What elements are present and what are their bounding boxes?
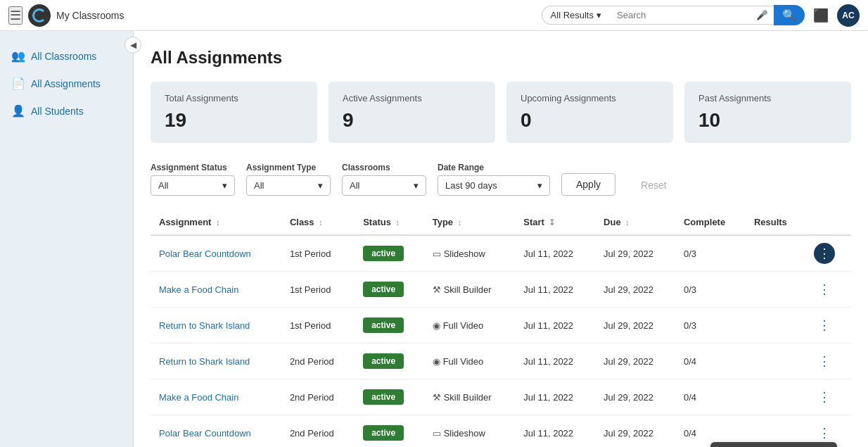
action-menu-button-2[interactable]: ⋮ [814,315,835,336]
stat-total-value: 19 [165,109,303,132]
assignment-link-5[interactable]: Polar Bear Countdown [159,428,251,439]
search-type-dropdown[interactable]: All Results ▾ [542,6,610,25]
filter-classroom-select[interactable]: All ▾ [342,175,426,196]
col-assignment[interactable]: Assignment ↕ [151,210,281,235]
search-button[interactable]: 🔍 [774,5,805,25]
cell-assignment-0: Polar Bear Countdown [151,235,281,272]
sidebar-item-all-assignments[interactable]: 📄 All Assignments [0,70,133,97]
col-type[interactable]: Type ↕ [424,210,516,235]
filter-daterange-value: Last 90 days [445,180,497,191]
cell-start-2: Jul 11, 2022 [515,308,595,344]
search-area: All Results ▾ 🎤 🔍 [542,5,805,25]
cell-type-5: ▭Slideshow [424,415,516,448]
mic-button[interactable]: 🎤 [751,6,774,25]
filter-daterange-label: Date Range [438,163,550,172]
col-due[interactable]: Due ↕ [595,210,675,235]
type-icon-1: ⚒ [433,284,441,295]
cell-due-5: Jul 29, 2022 [595,415,675,448]
cell-class-3: 2nd Period [281,344,355,379]
type-icon-4: ⚒ [433,392,441,403]
hamburger-menu[interactable]: ☰ [8,6,23,25]
cell-assignment-4: Make a Food Chain [151,379,281,415]
chevron-down-icon: ▾ [222,180,227,191]
assignments-table-wrapper: Assignment ↕ Class ↕ Status ↕ Type [151,210,851,447]
sidebar-item-all-students[interactable]: 👤 All Students [0,97,133,125]
cell-results-3 [746,344,805,379]
cell-due-2: Jul 29, 2022 [595,308,675,344]
cell-due-1: Jul 29, 2022 [595,272,675,308]
chevron-down-icon: ▾ [596,10,601,20]
cell-assignment-5: Polar Bear Countdown [151,415,281,448]
filters-row: Assignment Status All ▾ Assignment Type … [151,163,851,196]
assignment-link-0[interactable]: Polar Bear Countdown [159,248,251,259]
assignment-link-4[interactable]: Make a Food Chain [159,392,238,403]
stat-total-label: Total Assignments [165,93,303,103]
sort-assignment-icon: ↕ [216,218,220,227]
status-badge-3: active [363,353,404,369]
cell-due-3: Jul 29, 2022 [595,344,675,379]
cell-status-2: active [355,308,423,344]
cell-results-0 [746,235,805,272]
filter-type-select[interactable]: All ▾ [246,175,331,196]
col-status[interactable]: Status ↕ [355,210,423,235]
sort-due-icon: ↕ [625,218,630,227]
cell-action-1: ⋮ [805,272,851,308]
cell-status-0: active [355,235,423,272]
stat-active: Active Assignments 9 [328,82,495,143]
cell-results-1 [746,272,805,308]
status-badge-0: active [363,246,404,261]
avatar[interactable]: AC [837,4,860,27]
assignment-link-3[interactable]: Return to Shark Island [159,356,250,367]
cell-due-4: Jul 29, 2022 [595,379,675,415]
assignment-link-1[interactable]: Make a Food Chain [159,284,238,295]
chevron-down-icon: ▾ [414,180,419,191]
sort-type-icon: ↕ [458,218,462,227]
reset-button[interactable]: Reset [627,175,681,196]
cell-action-4: ⋮ [805,379,851,415]
cell-assignment-1: Make a Food Chain [151,272,281,308]
col-actions [805,210,851,235]
assignments-icon: 📄 [11,77,25,90]
cell-class-4: 2nd Period [281,379,355,415]
cell-class-0: 1st Period [281,235,355,272]
cell-start-5: Jul 11, 2022 [515,415,595,448]
filter-daterange-group: Date Range Last 90 days ▾ [438,163,550,196]
search-input[interactable] [610,6,751,25]
page-title: All Assignments [151,48,851,68]
col-class[interactable]: Class ↕ [281,210,355,235]
main-content: All Assignments Total Assignments 19 Act… [134,31,868,447]
assignments-table: Assignment ↕ Class ↕ Status ↕ Type [151,210,851,447]
action-menu-button-1[interactable]: ⋮ [814,279,835,300]
stats-row: Total Assignments 19 Active Assignments … [151,82,851,143]
cell-assignment-3: Return to Shark Island [151,344,281,379]
sidebar-label-all-students: All Students [31,106,84,117]
nav-share-button[interactable]: ⬛ [813,8,829,23]
filter-status-select[interactable]: All ▾ [151,175,235,196]
action-menu-button-3[interactable]: ⋮ [814,351,835,372]
sidebar: ◀ 👥 All Classrooms 📄 All Assignments 👤 A… [0,31,134,447]
cell-results-2 [746,308,805,344]
action-menu-button-0[interactable]: ⋮ [814,243,835,264]
context-menu: ↗ Open Assignment 📅 Edit Date ✏ Edit Ins… [710,442,837,447]
sidebar-collapse-button[interactable]: ◀ [125,37,141,53]
filter-daterange-select[interactable]: Last 90 days ▾ [438,175,550,196]
assignment-link-2[interactable]: Return to Shark Island [159,320,250,331]
cell-status-3: active [355,344,423,379]
cell-type-2: ◉Full Video [424,308,516,344]
stat-past-label: Past Assignments [698,93,837,103]
sort-class-icon: ↕ [319,218,323,227]
table-row: Make a Food Chain 2nd Period active ⚒Ski… [151,379,851,415]
apply-button[interactable]: Apply [561,173,615,196]
action-menu-button-5[interactable]: ⋮ [814,422,835,443]
sidebar-item-all-classrooms[interactable]: 👥 All Classrooms [0,42,133,70]
cell-class-2: 1st Period [281,308,355,344]
status-badge-5: active [363,425,404,441]
col-start[interactable]: Start ↧ [515,210,595,235]
cell-complete-4: 0/4 [675,379,746,415]
type-icon-0: ▭ [433,248,441,259]
classrooms-icon: 👥 [11,49,25,63]
action-menu-button-4[interactable]: ⋮ [814,386,835,408]
table-row: Polar Bear Countdown 1st Period active ▭… [151,235,851,272]
cell-results-4 [746,379,805,415]
cell-type-1: ⚒Skill Builder [424,272,516,308]
